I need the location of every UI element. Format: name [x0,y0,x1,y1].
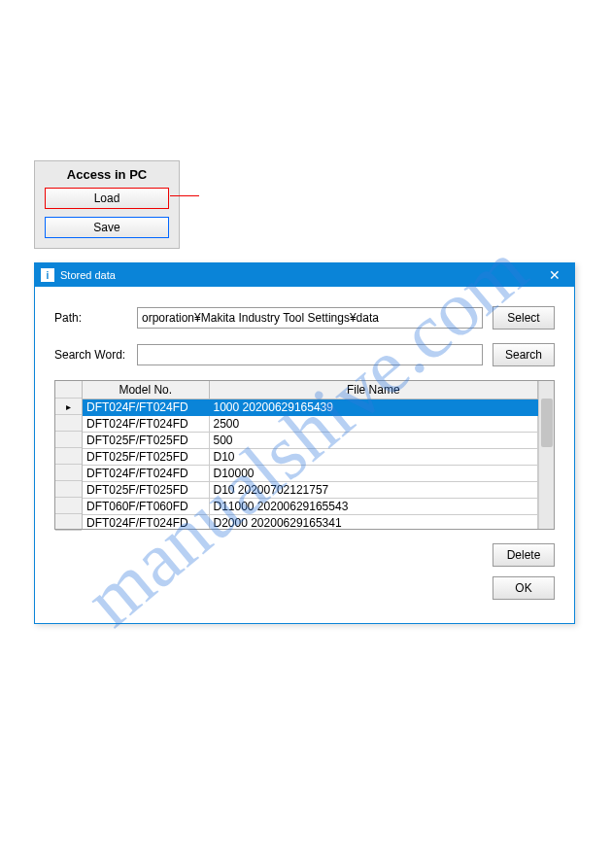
data-table[interactable]: Model No. File Name DFT024F/FT024FD1000 … [83,381,538,529]
delete-button[interactable]: Delete [493,543,555,567]
table-row[interactable]: DFT024F/FT024FD2500 [83,415,538,432]
cell-model-no: DFT024F/FT024FD [83,415,209,432]
close-icon: ✕ [549,267,561,283]
col-file-name[interactable]: File Name [209,381,538,399]
save-button[interactable]: Save [45,217,169,238]
cell-file-name: 2500 [209,415,538,432]
callout-line [170,195,199,196]
cell-model-no: DFT024F/FT024FD [83,465,209,481]
cell-file-name: D10 [209,448,538,465]
data-grid: ▸ Model No. File Name DFT024 [54,380,555,530]
cell-model-no: DFT025F/FT025FD [83,481,209,498]
scroll-thumb[interactable] [541,399,553,447]
path-input[interactable] [137,307,483,329]
cell-model-no: DFT024F/FT024FD [83,399,209,415]
cell-model-no: DFT024F/FT024FD [83,514,209,529]
cell-model-no: DFT025F/FT025FD [83,432,209,448]
table-row[interactable]: DFT024F/FT024FD1000 20200629165439 [83,399,538,415]
select-button[interactable]: Select [493,306,555,330]
dialog-titlebar: i Stored data ✕ [35,263,574,287]
col-model-no[interactable]: Model No. [83,381,209,399]
cell-file-name: D10 20200702121757 [209,481,538,498]
row-header-gutter: ▸ [55,381,83,529]
cell-file-name: 1000 20200629165439 [209,399,538,415]
cell-file-name: D2000 20200629165341 [209,514,538,529]
access-panel-title: Access in PC [45,167,169,182]
search-word-label: Search Word: [54,348,127,362]
load-button[interactable]: Load [45,188,169,209]
close-button[interactable]: ✕ [535,263,574,287]
table-row[interactable]: DFT060F/FT060FDD11000 20200629165543 [83,498,538,514]
cell-model-no: DFT060F/FT060FD [83,498,209,514]
search-input[interactable] [137,344,483,365]
access-in-pc-panel: Access in PC Load Save [34,160,180,249]
table-row[interactable]: DFT025F/FT025FD500 [83,432,538,448]
table-row[interactable]: DFT025F/FT025FDD10 [83,448,538,465]
table-row[interactable]: DFT025F/FT025FDD10 20200702121757 [83,481,538,498]
cell-file-name: D11000 20200629165543 [209,498,538,514]
table-row[interactable]: DFT024F/FT024FDD2000 20200629165341 [83,514,538,529]
cell-model-no: DFT025F/FT025FD [83,448,209,465]
row-indicator-icon: ▸ [55,399,82,415]
search-button[interactable]: Search [493,343,555,366]
ok-button[interactable]: OK [493,576,555,600]
stored-data-dialog: i Stored data ✕ Path: Select Search Word… [34,262,575,624]
cell-file-name: D10000 [209,465,538,481]
dialog-title: Stored data [60,269,116,281]
path-label: Path: [54,311,127,325]
vertical-scrollbar[interactable] [538,381,554,529]
app-icon: i [41,268,54,282]
cell-file-name: 500 [209,432,538,448]
table-row[interactable]: DFT024F/FT024FDD10000 [83,465,538,481]
